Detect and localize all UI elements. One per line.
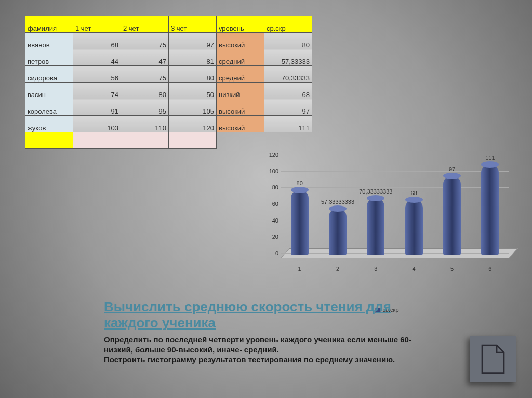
task-heading: Вычислить среднюю скорость чтения для ка… bbox=[104, 299, 426, 331]
table-header-row: фамилия 1 чет 2 чет 3 чет уровень ср.скр bbox=[25, 16, 312, 33]
x-tick-label: 4 bbox=[406, 266, 422, 272]
bar-value-label: 111 bbox=[467, 155, 513, 161]
chart-bar bbox=[405, 199, 423, 255]
document-icon[interactable] bbox=[470, 336, 516, 382]
x-tick-label: 1 bbox=[292, 266, 308, 272]
chart-bar bbox=[443, 175, 461, 255]
task-body: Определить по последней четверти уровень… bbox=[104, 335, 426, 364]
bar-value-label: 80 bbox=[276, 180, 323, 186]
col-q1: 1 чет bbox=[73, 16, 121, 33]
col-q2: 2 чет bbox=[121, 16, 169, 33]
chart-bar bbox=[329, 208, 347, 255]
y-tick-label: 0 bbox=[265, 250, 278, 256]
col-level: уровень bbox=[217, 16, 264, 33]
table-row: сидорова567580средний70,33333 bbox=[25, 66, 312, 83]
table-footer-row bbox=[25, 132, 312, 149]
y-tick-label: 100 bbox=[265, 168, 278, 174]
table-row: жуков103110120высокий111 bbox=[25, 116, 312, 132]
bar-value-label: 68 bbox=[391, 190, 437, 196]
col-q3: 3 чет bbox=[169, 16, 217, 33]
bar-chart: 02040608010012080157,33333333270,3333333… bbox=[260, 155, 514, 287]
bar-value-label: 57,33333333 bbox=[314, 199, 361, 205]
table-row: королева9195105высокий97 bbox=[25, 99, 312, 116]
bar-value-label: 97 bbox=[429, 166, 475, 172]
y-tick-label: 60 bbox=[265, 201, 278, 207]
col-avg: ср.скр bbox=[264, 16, 312, 33]
y-tick-label: 40 bbox=[265, 217, 278, 224]
table-row: петров444781средний57,33333 bbox=[25, 49, 312, 66]
x-tick-label: 5 bbox=[444, 266, 460, 272]
table-row: иванов687597высокий80 bbox=[25, 33, 312, 49]
col-name: фамилия bbox=[25, 16, 73, 33]
y-tick-label: 120 bbox=[265, 152, 278, 158]
x-tick-label: 2 bbox=[330, 266, 345, 272]
chart-bar bbox=[291, 189, 309, 255]
chart-bar bbox=[367, 198, 384, 255]
chart-bar bbox=[481, 164, 499, 255]
table-row: васин748050низкий68 bbox=[25, 83, 312, 99]
data-table: фамилия 1 чет 2 чет 3 чет уровень ср.скр… bbox=[25, 16, 312, 149]
x-tick-label: 3 bbox=[368, 266, 383, 272]
x-tick-label: 6 bbox=[482, 266, 498, 272]
y-tick-label: 20 bbox=[265, 234, 278, 240]
